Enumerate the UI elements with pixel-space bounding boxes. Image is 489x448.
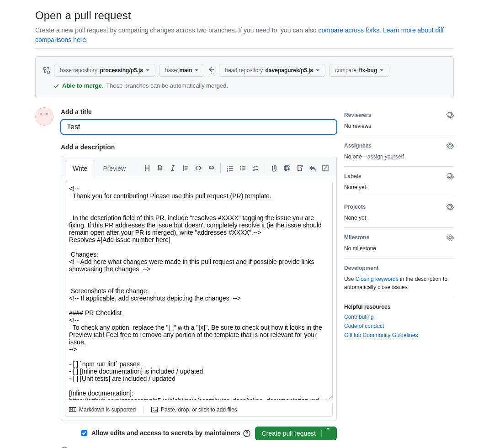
gear-icon[interactable] (446, 234, 454, 241)
svg-point-1 (240, 168, 241, 169)
gear-icon[interactable] (446, 111, 454, 119)
image-icon (151, 406, 158, 413)
gear-icon[interactable] (446, 142, 454, 149)
chevron-down-icon (316, 69, 319, 71)
development-body: Use Closing keywords in the description … (344, 275, 454, 291)
diff-icon[interactable] (322, 164, 329, 172)
milestone-body: No milestone (344, 244, 454, 253)
comment-box: Write Preview (61, 156, 337, 421)
quote-icon[interactable] (182, 164, 189, 172)
resource-link-community[interactable]: GitHub Community Guidelines (344, 331, 454, 339)
chevron-down-icon (326, 428, 330, 437)
attach-bar: Markdown is supported Paste, drop, or cl… (65, 403, 333, 417)
resources-head: Helpful resources (344, 303, 454, 311)
resource-link-contributing[interactable]: Contributing (344, 313, 454, 321)
chevron-down-icon (380, 69, 383, 71)
reviewers-head[interactable]: Reviewers (344, 111, 371, 119)
assign-yourself-link[interactable]: assign yourself (367, 153, 404, 160)
svg-point-8 (246, 435, 247, 436)
create-pr-dropdown[interactable] (321, 430, 330, 437)
check-icon (53, 83, 59, 89)
tasklist-icon[interactable] (252, 164, 259, 172)
description-textarea[interactable] (65, 181, 333, 400)
gear-icon[interactable] (446, 173, 454, 180)
tab-write[interactable]: Write (65, 160, 95, 177)
svg-point-0 (240, 166, 241, 167)
projects-head[interactable]: Projects (344, 203, 366, 211)
info-icon (61, 447, 68, 448)
projects-body: None yet (344, 214, 454, 222)
markdown-supported[interactable]: Markdown is supported (69, 406, 136, 414)
help-icon[interactable] (243, 430, 250, 437)
list-ordered-icon[interactable] (226, 164, 234, 172)
reply-icon[interactable] (309, 164, 316, 172)
compare-branch-select[interactable]: compare: fix-bug (329, 64, 389, 77)
chevron-down-icon (146, 69, 149, 71)
italic-icon[interactable] (169, 164, 176, 172)
head-repo-select[interactable]: head repository: davepagurek/p5.js (219, 64, 325, 77)
markdown-icon (69, 406, 76, 413)
merge-status: Able to merge. These branches can be aut… (43, 81, 446, 90)
base-branch-select[interactable]: base: main (159, 64, 204, 77)
contribution-note: Remember, contributions to this reposito… (61, 447, 337, 448)
compare-box: base repository: processing/p5.js base: … (35, 56, 454, 98)
list-unordered-icon[interactable] (239, 164, 246, 172)
title-label: Add a title (61, 107, 337, 117)
mention-icon[interactable] (283, 164, 291, 172)
closing-keywords-link[interactable]: Closing keywords (356, 276, 399, 282)
description-label: Add a description (61, 142, 337, 152)
development-head: Development (344, 264, 378, 272)
gear-icon[interactable] (446, 203, 454, 211)
base-repo-select[interactable]: base repository: processing/p5.js (54, 64, 155, 77)
link-icon[interactable] (207, 164, 215, 172)
bold-icon[interactable] (156, 164, 164, 172)
page-subhead: Create a new pull request by comparing c… (35, 26, 454, 49)
git-compare-icon (43, 67, 50, 74)
arrow-left-icon: ⋯ (208, 66, 215, 75)
chevron-down-icon (195, 69, 198, 71)
svg-point-6 (153, 408, 154, 409)
allow-edits-checkbox[interactable] (81, 430, 87, 436)
reviewers-body: No reviews (344, 122, 454, 130)
code-icon[interactable] (195, 164, 202, 172)
cross-reference-icon[interactable] (296, 164, 303, 172)
resource-link-coc[interactable]: Code of conduct (344, 322, 454, 330)
paperclip-icon[interactable] (271, 164, 278, 172)
assignees-body: No one—assign yourself (344, 153, 454, 161)
svg-point-2 (240, 169, 241, 170)
heading-icon[interactable] (144, 164, 151, 172)
labels-body: None yet (344, 183, 454, 191)
compare-forks-link[interactable]: compare across forks (318, 26, 379, 34)
allow-maintainer-edits[interactable]: Allow edits and access to secrets by mai… (80, 428, 250, 438)
milestone-head[interactable]: Milestone (344, 233, 369, 242)
avatar[interactable] (35, 107, 53, 126)
page-title: Open a pull request (35, 7, 454, 24)
markdown-toolbar (144, 163, 333, 173)
tab-preview[interactable]: Preview (95, 160, 133, 177)
attach-files[interactable]: Paste, drop, or click to add files (151, 406, 237, 414)
title-input[interactable] (61, 120, 337, 134)
create-pr-button[interactable]: Create pull request (255, 427, 337, 440)
labels-head[interactable]: Labels (344, 172, 361, 180)
assignees-head[interactable]: Assignees (344, 142, 372, 150)
